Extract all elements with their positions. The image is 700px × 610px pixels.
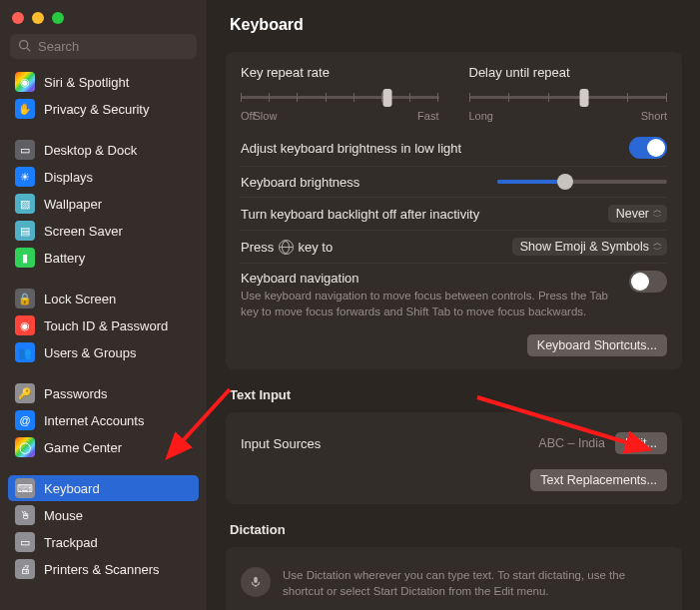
input-sources-value: ABC – India	[538, 436, 605, 450]
sidebar-item-keyboard[interactable]: ⌨Keyboard	[8, 475, 199, 501]
desktop-icon: ▭	[15, 140, 35, 160]
chevron-updown-icon: ︿﹀	[653, 207, 662, 221]
sidebar-item-trackpad[interactable]: ▭Trackpad	[8, 529, 199, 555]
sidebar-item-displays[interactable]: ☀Displays	[8, 164, 199, 190]
sidebar-item-label: Touch ID & Password	[44, 318, 168, 333]
sidebar-item-label: Internet Accounts	[44, 413, 144, 428]
press-globe-select[interactable]: Show Emoji & Symbols ︿﹀	[512, 238, 667, 256]
svg-line-1	[27, 47, 30, 50]
battery-icon: ▮	[15, 248, 35, 268]
key-repeat-thumb[interactable]	[382, 89, 391, 107]
delay-short-label: Short	[641, 110, 667, 122]
wallpaper-icon: ▨	[15, 194, 35, 214]
delay-long-label: Long	[469, 110, 493, 122]
sidebar-item-label: Trackpad	[44, 535, 98, 550]
trackpad-icon: ▭	[15, 532, 35, 552]
dictation-panel: Use Dictation wherever you can type text…	[226, 547, 682, 610]
keyboard-panel: Key repeat rate Off Slow Fast Delay unti…	[226, 52, 682, 369]
sidebar-item-label: Lock Screen	[44, 292, 116, 306]
sidebar-item-passwords[interactable]: 🔑Passwords	[8, 380, 199, 406]
gamecenter-icon: ◯	[15, 437, 35, 457]
sidebar-item-label: Users & Groups	[44, 345, 136, 360]
sidebar-item-label: Privacy & Security	[44, 102, 149, 117]
sidebar-item-screen-saver[interactable]: ▤Screen Saver	[8, 218, 199, 244]
delay-label: Delay until repeat	[469, 65, 668, 80]
text-input-panel: Input Sources ABC – India Edit... Text R…	[226, 412, 682, 504]
backlight-off-select[interactable]: Never ︿﹀	[608, 205, 667, 223]
text-replacements-button[interactable]: Text Replacements...	[530, 469, 667, 491]
backlight-off-label: Turn keyboard backlight off after inacti…	[241, 207, 479, 222]
users-icon: 👥	[15, 342, 35, 362]
keyboard-nav-desc: Use keyboard navigation to move focus be…	[241, 288, 617, 319]
dictation-desc: Use Dictation wherever you can type text…	[283, 567, 667, 599]
sidebar-nav: ◉Siri & Spotlight✋Privacy & Security▭Des…	[0, 69, 207, 610]
search-icon	[18, 38, 31, 56]
sidebar-item-label: Game Center	[44, 440, 122, 455]
sidebar-item-label: Wallpaper	[44, 197, 102, 212]
key-repeat-rate-slider[interactable]: Key repeat rate Off Slow Fast	[241, 65, 439, 122]
press-globe-label: Press key to	[241, 240, 333, 255]
auto-brightness-toggle[interactable]	[629, 137, 667, 159]
sidebar-item-label: Siri & Spotlight	[44, 75, 129, 90]
key-repeat-label: Key repeat rate	[241, 65, 439, 80]
siri-icon: ◉	[15, 72, 35, 92]
main-content: Keyboard Key repeat rate Off Slow Fast D…	[208, 0, 700, 610]
brightness-slider[interactable]	[497, 174, 667, 190]
delay-thumb[interactable]	[579, 89, 588, 107]
text-input-section-title: Text Input	[230, 387, 678, 402]
sidebar-item-label: Keyboard	[44, 481, 100, 496]
globe-icon	[279, 240, 294, 255]
sidebar-item-label: Battery	[44, 251, 85, 266]
search-input[interactable]	[10, 34, 197, 59]
sidebar-item-label: Displays	[44, 170, 93, 185]
sidebar: ◉Siri & Spotlight✋Privacy & Security▭Des…	[0, 0, 208, 610]
screensaver-icon: ▤	[15, 221, 35, 241]
repeat-slow-label: Slow	[253, 110, 277, 122]
auto-brightness-label: Adjust keyboard brightness in low light	[241, 141, 461, 156]
at-icon: @	[15, 410, 35, 430]
input-sources-label: Input Sources	[241, 436, 321, 451]
dictation-section-title: Dictation	[230, 522, 678, 537]
sidebar-item-battery[interactable]: ▮Battery	[8, 245, 199, 271]
lock-icon: 🔒	[15, 289, 35, 308]
delay-until-repeat-slider[interactable]: Delay until repeat Long Short	[469, 65, 668, 122]
chevron-updown-icon: ︿﹀	[653, 240, 662, 254]
zoom-window-button[interactable]	[52, 12, 64, 24]
sidebar-item-label: Desktop & Dock	[44, 143, 137, 158]
sidebar-item-label: Mouse	[44, 508, 83, 523]
sidebar-item-mouse[interactable]: 🖱Mouse	[8, 502, 199, 528]
keyboard-nav-label: Keyboard navigation	[241, 271, 617, 286]
svg-point-0	[20, 40, 28, 48]
sidebar-item-privacy-security[interactable]: ✋Privacy & Security	[8, 96, 199, 122]
repeat-fast-label: Fast	[417, 110, 438, 122]
edit-input-sources-button[interactable]: Edit...	[615, 432, 667, 454]
sidebar-item-touch-id-password[interactable]: ◉Touch ID & Password	[8, 312, 199, 338]
key-icon: 🔑	[15, 383, 35, 403]
sidebar-item-desktop-dock[interactable]: ▭Desktop & Dock	[8, 137, 199, 163]
displays-icon: ☀	[15, 167, 35, 187]
mouse-icon: 🖱	[15, 505, 35, 525]
sidebar-item-printers-scanners[interactable]: 🖨Printers & Scanners	[8, 556, 199, 582]
brightness-label: Keyboard brightness	[241, 175, 359, 190]
svg-rect-2	[254, 577, 258, 583]
sidebar-item-internet-accounts[interactable]: @Internet Accounts	[8, 407, 199, 433]
page-title: Keyboard	[230, 16, 678, 34]
search-field[interactable]	[10, 34, 197, 59]
sidebar-item-siri-spotlight[interactable]: ◉Siri & Spotlight	[8, 69, 199, 95]
sidebar-item-lock-screen[interactable]: 🔒Lock Screen	[8, 286, 199, 311]
microphone-icon	[241, 567, 271, 597]
keyboard-shortcuts-button[interactable]: Keyboard Shortcuts...	[527, 334, 667, 356]
printer-icon: 🖨	[15, 559, 35, 579]
sidebar-item-label: Passwords	[44, 386, 108, 401]
hand-icon: ✋	[15, 99, 35, 119]
close-window-button[interactable]	[12, 12, 24, 24]
minimize-window-button[interactable]	[32, 12, 44, 24]
sidebar-item-users-groups[interactable]: 👥Users & Groups	[8, 339, 199, 365]
sidebar-item-label: Printers & Scanners	[44, 562, 160, 577]
sidebar-item-label: Screen Saver	[44, 224, 123, 239]
keyboard-nav-toggle[interactable]	[629, 271, 667, 293]
sidebar-item-game-center[interactable]: ◯Game Center	[8, 434, 199, 460]
keyboard-icon: ⌨	[15, 478, 35, 498]
sidebar-item-wallpaper[interactable]: ▨Wallpaper	[8, 191, 199, 217]
fingerprint-icon: ◉	[15, 315, 35, 335]
